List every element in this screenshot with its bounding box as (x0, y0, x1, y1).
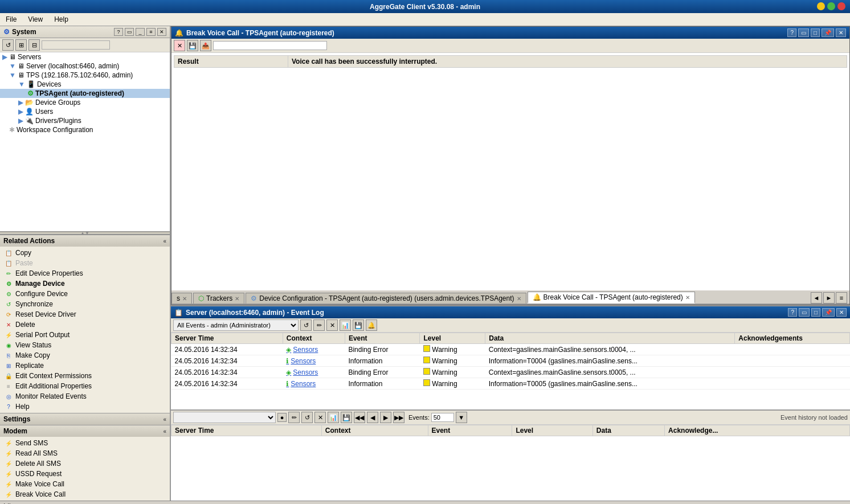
el-tb-btn5[interactable]: 💾 (353, 319, 364, 331)
bvc-restore-btn[interactable]: ▭ (798, 28, 809, 37)
bt-btn6[interactable]: 💾 (341, 412, 352, 423)
panel-close-btn[interactable]: ✕ (157, 28, 166, 36)
tab-device-config-close[interactable]: ✕ (517, 296, 521, 302)
action-edit-device-props[interactable]: ✏ Edit Device Properties (0, 268, 170, 278)
bt-last-btn[interactable]: ▶▶ (393, 412, 404, 423)
event-context-2[interactable]: ◈Sensors (283, 367, 345, 378)
event-scroll[interactable]: Server Time Context Event Level Data Ack… (171, 333, 850, 409)
bottom-filter-select[interactable] (173, 412, 276, 423)
action-edit-permissions[interactable]: 🔒 Edit Context Permissions (0, 371, 170, 381)
tab-break-voice-call[interactable]: 🔔 Break Voice Call - TPSAgent (auto-regi… (528, 292, 695, 304)
tree-item-users[interactable]: ▶ 👤 Users (0, 107, 170, 116)
bt-next-btn[interactable]: ▶ (380, 412, 391, 423)
action-read-sms[interactable]: ⚡ Read All SMS (0, 448, 170, 458)
tree-item-server-tps[interactable]: ▼ 🖥 TPS (192.168.75.102:6460, admin) (0, 71, 170, 80)
menu-view[interactable]: View (24, 14, 46, 24)
action-configure-device[interactable]: ⚙ Configure Device (0, 289, 170, 299)
collapse-btn[interactable]: ⊟ (28, 39, 40, 51)
tab-next-btn[interactable]: ► (823, 292, 835, 304)
related-actions-header[interactable]: Related Actions « (0, 235, 170, 247)
action-monitor-events[interactable]: ◎ Monitor Related Events (0, 391, 170, 401)
maximize-button[interactable] (827, 2, 835, 10)
el-maximize-btn[interactable]: □ (811, 308, 820, 317)
action-help[interactable]: ? Help (0, 401, 170, 412)
tb-save-btn[interactable]: 💾 (187, 40, 198, 51)
action-delete-sms[interactable]: ⚡ Delete All SMS (0, 458, 170, 469)
bvc-close-btn[interactable]: ✕ (836, 28, 846, 37)
bvc-search-input[interactable] (213, 41, 327, 50)
action-edit-additional-props[interactable]: ≡ Edit Additional Properties (0, 381, 170, 391)
modem-header[interactable]: Modem « (0, 425, 170, 437)
tree-item-drivers[interactable]: ▶ 🔌 Drivers/Plugins (0, 116, 170, 125)
settings-header[interactable]: Settings « (0, 413, 170, 425)
tab-menu-btn[interactable]: ≡ (836, 292, 847, 304)
tab-device-config[interactable]: ⚙ Device Configuration - TPSAgent (auto-… (246, 293, 526, 304)
event-row-2[interactable]: 24.05.2016 14:32:34 ◈Sensors Binding Err… (171, 367, 850, 378)
bvc-pin-btn[interactable]: 📌 (822, 28, 834, 37)
minimize-button[interactable] (817, 2, 825, 10)
action-make-copy[interactable]: ⎘ Make Copy (0, 350, 170, 360)
event-filter-select[interactable]: All Events - admin (Administrator) (173, 319, 299, 331)
bvc-maximize-btn[interactable]: □ (811, 28, 820, 37)
action-make-voice-call[interactable]: ⚡ Make Voice Call (0, 479, 170, 489)
bt-btn5[interactable]: 📊 (328, 412, 339, 423)
tab-bvc-close[interactable]: ✕ (685, 294, 690, 301)
el-tb-btn4[interactable]: 📊 (340, 319, 351, 331)
panel-minimize-btn[interactable]: _ (136, 28, 145, 36)
event-row-3[interactable]: 24.05.2016 14:32:34 ℹSensors Information… (171, 378, 850, 390)
tab-trackers[interactable]: ⬡ Trackers ✕ (193, 293, 244, 304)
tree-search-input[interactable] (42, 40, 110, 50)
tb-execute-btn[interactable]: ✕ (174, 40, 185, 51)
action-send-sms[interactable]: ⚡ Send SMS (0, 438, 170, 448)
panel-restore-btn[interactable]: ▭ (125, 28, 134, 36)
close-button[interactable] (837, 2, 845, 10)
refresh-btn[interactable]: ↺ (2, 39, 14, 51)
tree-item-workspace[interactable]: ✱ Workspace Configuration (0, 125, 170, 134)
action-synchronize[interactable]: ↺ Synchronize (0, 299, 170, 309)
tab-s[interactable]: s ✕ (171, 293, 192, 304)
action-view-status[interactable]: ◉ View Status (0, 340, 170, 350)
tb-export-btn[interactable]: 📤 (200, 40, 211, 51)
bt-btn1[interactable]: ● (277, 413, 287, 422)
event-context-1[interactable]: ℹSensors (283, 355, 345, 367)
action-copy[interactable]: 📋 Copy (0, 248, 170, 258)
bt-btn3[interactable]: ↺ (301, 412, 313, 423)
panel-help-btn[interactable]: ? (114, 28, 123, 36)
tab-trackers-close[interactable]: ✕ (235, 296, 239, 302)
menu-file[interactable]: File (2, 14, 20, 24)
el-tb-btn1[interactable]: ↺ (300, 319, 312, 331)
bt-btn4[interactable]: ✕ (314, 412, 326, 423)
bt-first-btn[interactable]: ◀◀ (354, 412, 365, 423)
action-manage-device[interactable]: ⚙ Manage Device (0, 278, 170, 289)
action-reset-driver[interactable]: ⟳ Reset Device Driver (0, 309, 170, 319)
el-close-btn[interactable]: ✕ (836, 308, 847, 317)
el-help-btn[interactable]: ? (788, 308, 797, 317)
el-tb-btn2[interactable]: ✏ (313, 319, 325, 331)
events-count-input[interactable] (431, 413, 454, 422)
action-ussd[interactable]: ⚡ USSD Request (0, 469, 170, 479)
tree-item-devices[interactable]: ▼ 📱 Devices (0, 80, 170, 89)
tab-prev-btn[interactable]: ◄ (811, 292, 822, 304)
el-tb-btn3[interactable]: ✕ (326, 319, 338, 331)
event-row-1[interactable]: 24.05.2016 14:32:34 ℹSensors Information… (171, 355, 850, 367)
action-break-voice-call[interactable]: ⚡ Break Voice Call (0, 489, 170, 499)
tree-item-server-local[interactable]: ▼ 🖥 Server (localhost:6460, admin) (0, 62, 170, 71)
action-serial-port[interactable]: ⚡ Serial Port Output (0, 330, 170, 340)
tree-item-tpsagent[interactable]: ⚙ TPSAgent (auto-registered) (0, 89, 170, 98)
tree-item-device-groups[interactable]: ▶ 📂 Device Groups (0, 98, 170, 107)
bvc-help-btn[interactable]: ? (787, 28, 796, 37)
expand-btn[interactable]: ⊞ (15, 39, 27, 51)
action-delete[interactable]: ✕ Delete (0, 319, 170, 330)
event-context-0[interactable]: ◈Sensors (283, 344, 345, 355)
event-row-0[interactable]: 24.05.2016 14:32:34 ◈Sensors Binding Err… (171, 344, 850, 355)
menu-help[interactable]: Help (51, 14, 72, 24)
bt-prev-btn[interactable]: ◀ (367, 412, 378, 423)
tree-item-servers[interactable]: ▶ 🖥 Servers (0, 52, 170, 62)
bt-btn2[interactable]: ✏ (288, 412, 300, 423)
el-restore-btn[interactable]: ▭ (799, 308, 810, 317)
el-pin-btn[interactable]: 📌 (822, 308, 835, 317)
panel-settings-btn[interactable]: ≡ (146, 28, 156, 36)
tab-s-close[interactable]: ✕ (182, 296, 187, 302)
action-replicate[interactable]: ⊞ Replicate (0, 360, 170, 371)
el-tb-btn6[interactable]: 🔔 (366, 319, 377, 331)
